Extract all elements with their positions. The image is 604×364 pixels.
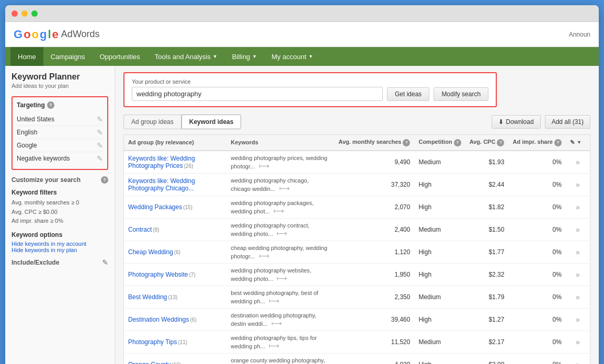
impr-cell: 0%	[508, 353, 565, 364]
cpc-cell: $2.32	[465, 263, 509, 286]
nav-billing[interactable]: Billing ▼	[225, 47, 265, 66]
edit-columns-icon[interactable]: ✎	[570, 139, 575, 146]
add-to-plan-icon[interactable]: »	[576, 315, 580, 324]
adgroup-link[interactable]: Cheap Wedding	[128, 248, 173, 256]
get-ideas-button[interactable]: Get ideas	[387, 87, 429, 101]
chevron-down-icon: ▼	[252, 54, 257, 59]
add-to-plan-icon[interactable]: »	[576, 293, 580, 301]
modify-search-button[interactable]: Modify search	[434, 87, 488, 101]
add-to-plan-icon[interactable]: »	[576, 360, 580, 365]
add-to-plan-icon[interactable]: »	[576, 158, 580, 166]
impr-cell: 0%	[508, 151, 565, 174]
keyword-options-section: Keyword options Hide keywords in my acco…	[12, 231, 108, 253]
competition-cell: High	[414, 196, 465, 218]
minimize-button[interactable]	[21, 10, 28, 17]
add-all-button[interactable]: Add all (31)	[545, 115, 590, 129]
edit-icon[interactable]: ✎	[102, 258, 108, 267]
keyword-text: wedding photography chicago, chicago wed…	[231, 177, 309, 192]
help-icon[interactable]: ?	[403, 139, 410, 146]
content-area: Keyword Planner Add ideas to your plan T…	[5, 66, 599, 364]
tab-ad-group-ideas[interactable]: Ad group ideas	[123, 115, 181, 129]
adgroup-cell: Destination Weddings(6)	[124, 308, 227, 331]
nav-campaigns[interactable]: Campaigns	[43, 47, 93, 66]
keyword-count: (7)	[189, 272, 196, 278]
chart-icon[interactable]: ⟼	[279, 184, 290, 192]
app-window: Google AdWords Announ Home Campaigns Opp…	[5, 5, 599, 364]
nav-bar: Home Campaigns Opportunities Tools and A…	[5, 47, 599, 66]
keyword-text: wedding photography packages, wedding ph…	[231, 200, 313, 214]
chart-icon[interactable]: ⟼	[273, 207, 284, 215]
searches-cell: 37,320	[334, 173, 414, 196]
adgroup-link[interactable]: Destination Weddings	[128, 316, 189, 323]
adgroup-link[interactable]: Photography Website	[128, 271, 188, 278]
help-icon[interactable]: ?	[47, 101, 54, 109]
competition-cell: High	[414, 241, 465, 263]
cpc-cell: $1.82	[465, 196, 509, 218]
maximize-button[interactable]	[31, 10, 38, 17]
chart-icon[interactable]: ⟼	[269, 297, 279, 305]
close-button[interactable]	[12, 10, 18, 17]
tab-keyword-ideas[interactable]: Keyword ideas	[181, 115, 242, 129]
adgroup-link[interactable]: Best Wedding	[128, 293, 167, 301]
nav-home[interactable]: Home	[10, 47, 43, 66]
keyword-options-title: Keyword options	[12, 231, 108, 238]
chart-icon[interactable]: ⟼	[269, 342, 279, 350]
nav-tools[interactable]: Tools and Analysis ▼	[147, 47, 225, 66]
chart-icon[interactable]: ⟼	[259, 252, 269, 260]
chart-icon[interactable]: ⟼	[277, 274, 287, 282]
help-icon[interactable]: ?	[497, 139, 504, 146]
chevron-down-icon[interactable]: ▼	[577, 140, 582, 145]
add-to-plan-icon[interactable]: »	[576, 180, 580, 189]
product-label: Your product or service	[132, 78, 488, 85]
chart-icon[interactable]: ⟼	[259, 162, 269, 170]
sidebar: Keyword Planner Add ideas to your plan T…	[5, 66, 115, 364]
download-button[interactable]: ⬇ Download	[492, 115, 540, 129]
edit-icon[interactable]: ✎	[97, 128, 103, 136]
add-to-plan-icon[interactable]: »	[576, 225, 580, 234]
competition-cell: Medium	[414, 331, 465, 353]
targeting-header: Targeting ?	[17, 101, 103, 109]
keyword-text: cheap wedding photography, wedding photo…	[231, 245, 327, 259]
header-impr-share: Ad impr. share ?	[508, 135, 565, 151]
hide-account-keywords-link[interactable]: Hide keywords in my account	[12, 241, 108, 247]
help-icon[interactable]: ?	[454, 139, 461, 146]
add-row-cell: »	[566, 173, 590, 196]
adgroup-link[interactable]: Wedding Packages	[128, 203, 182, 211]
adgroup-link[interactable]: Orange County	[128, 361, 170, 365]
title-bar	[5, 5, 599, 22]
product-input[interactable]	[132, 87, 383, 101]
targeting-item-language: English ✎	[17, 126, 103, 139]
cpc-cell: $1.93	[465, 151, 509, 174]
hide-plan-keywords-link[interactable]: Hide keywords in my plan	[12, 247, 108, 253]
add-to-plan-icon[interactable]: »	[576, 270, 580, 279]
add-row-cell: »	[566, 151, 590, 174]
impr-cell: 0%	[508, 308, 565, 331]
add-to-plan-icon[interactable]: »	[576, 248, 580, 256]
competition-cell: Medium	[414, 218, 465, 241]
keyword-text: wedding photography websites, wedding ph…	[231, 267, 311, 282]
targeting-section: Targeting ? United States ✎ English ✎ Go…	[12, 96, 108, 170]
nav-account[interactable]: My account ▼	[264, 47, 320, 66]
chart-icon[interactable]: ⟼	[277, 229, 287, 237]
targeting-item-country: United States ✎	[17, 113, 103, 126]
chart-icon[interactable]: ⟼	[271, 319, 282, 327]
impr-cell: 0%	[508, 218, 565, 241]
add-to-plan-icon[interactable]: »	[576, 338, 580, 346]
searches-cell: 11,520	[334, 331, 414, 353]
add-to-plan-icon[interactable]: »	[576, 203, 580, 211]
nav-opportunities[interactable]: Opportunities	[92, 47, 147, 66]
header-edit: ✎ ▼	[566, 135, 590, 151]
edit-icon[interactable]: ✎	[97, 115, 103, 123]
help-icon[interactable]: ?	[554, 139, 562, 146]
edit-icon[interactable]: ✎	[97, 141, 103, 150]
main-content: Your product or service Get ideas Modify…	[115, 66, 599, 364]
competition-cell: High	[414, 353, 465, 364]
competition-cell: High	[414, 173, 465, 196]
adgroup-link[interactable]: Keywords like: Wedding Photography Chica…	[128, 177, 195, 192]
adgroup-link[interactable]: Contract	[128, 226, 152, 233]
edit-icon[interactable]: ✎	[97, 154, 103, 163]
adgroup-link[interactable]: Photography Tips	[128, 338, 177, 346]
header-adgroup: Ad group (by relevance)	[124, 135, 227, 151]
header-keywords: Keywords	[226, 135, 334, 151]
help-icon[interactable]: ?	[101, 176, 108, 184]
